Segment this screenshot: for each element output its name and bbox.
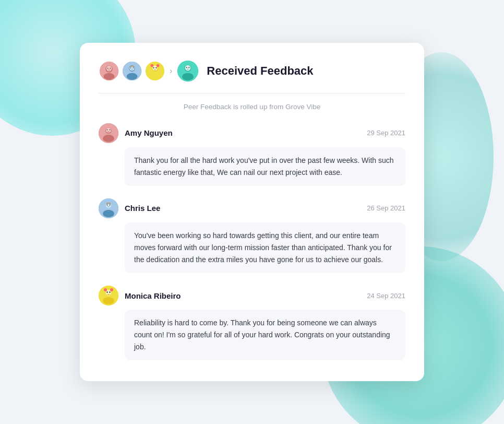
page-title: Received Feedback [207,64,313,78]
feedback-message: Thank you for all the hard work you've p… [125,147,405,186]
feedback-meta: Amy Nguyen 29 Sep 2021 [99,123,405,143]
feedback-message: Reliability is hard to come by. Thank yo… [125,310,405,360]
feedback-list: Amy Nguyen 29 Sep 2021 Thank you for all… [99,123,405,361]
feedback-item: Amy Nguyen 29 Sep 2021 Thank you for all… [99,123,405,186]
card-header: › Received Feedback [99,60,405,93]
feedback-card: › Received Feedback Peer Feedback is rol… [80,43,424,382]
feedback-author-name: Monica Ribeiro [125,291,367,300]
svg-point-18 [157,64,160,67]
arrow-icon: › [170,66,172,76]
svg-point-15 [153,67,154,68]
sender-avatar-group [99,61,165,81]
avatar-monica-ribeiro [99,286,118,305]
feedback-meta: Monica Ribeiro 24 Sep 2021 [99,286,405,305]
feedback-item: Monica Ribeiro 24 Sep 2021 Reliability i… [99,286,405,360]
avatar-amy-nguyen [99,123,118,143]
feedback-item: Chris Lee 26 Sep 2021 You've been workin… [99,198,405,273]
svg-point-40 [104,288,107,291]
feedback-message: You've been working so hard towards gett… [125,222,405,273]
svg-point-22 [186,67,187,68]
svg-point-34 [110,204,111,205]
svg-point-38 [106,291,107,292]
feedback-date: 29 Sep 2021 [367,129,405,137]
subtitle-text: Peer Feedback is rolled up from Grove Vi… [99,103,405,111]
svg-point-29 [110,129,111,130]
svg-point-23 [189,67,190,68]
svg-point-41 [110,288,113,291]
svg-point-4 [107,67,109,68]
feedback-meta: Chris Lee 26 Sep 2021 [99,198,405,218]
svg-point-30 [103,135,114,142]
avatar-chris-lee [99,198,118,218]
svg-point-8 [127,73,138,79]
avatar-sender-2 [122,61,142,81]
feedback-date: 26 Sep 2021 [367,204,405,212]
svg-point-42 [103,297,114,304]
svg-point-16 [155,67,157,68]
svg-point-5 [110,67,111,68]
feedback-date: 24 Sep 2021 [367,292,405,300]
svg-point-28 [107,129,108,130]
svg-point-33 [107,204,108,205]
feedback-author-name: Amy Nguyen [125,128,367,137]
avatar-sender-3 [145,61,165,81]
svg-point-2 [104,73,115,79]
svg-point-3 [106,66,112,71]
svg-point-17 [150,64,153,67]
svg-point-24 [182,73,194,80]
svg-point-11 [133,67,134,68]
svg-point-21 [185,65,191,70]
avatar-sender-1 [99,61,119,81]
svg-point-35 [103,210,114,217]
avatar-target [176,60,199,83]
feedback-author-name: Chris Lee [125,204,367,213]
svg-point-10 [130,67,131,68]
svg-point-39 [109,291,110,292]
